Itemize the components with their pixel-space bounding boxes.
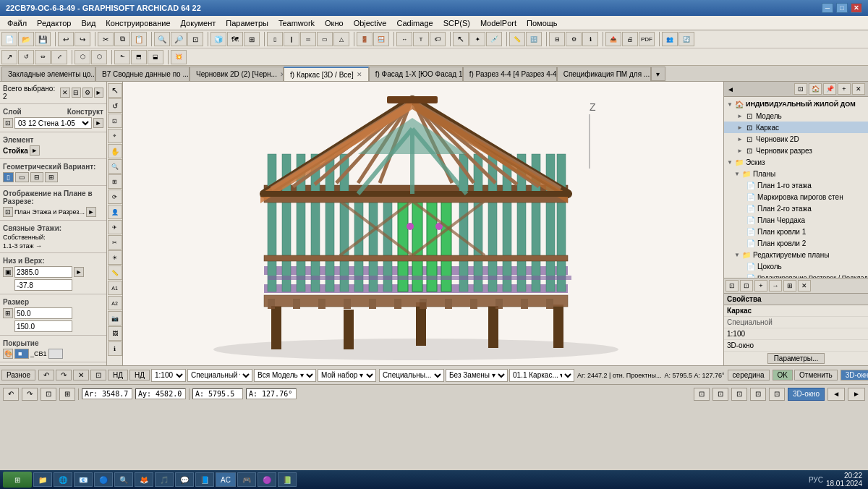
taskbar-app-1[interactable]: 📁 bbox=[33, 472, 52, 487]
lt-measure-3d[interactable]: 📏 bbox=[108, 265, 122, 280]
menu-cadimage[interactable]: Cadimage bbox=[392, 17, 437, 29]
nav-tb-btn-5[interactable]: ✕ bbox=[852, 83, 865, 95]
lt-fly[interactable]: ✈ bbox=[108, 220, 122, 234]
tb-calc[interactable]: 🔢 bbox=[526, 32, 542, 46]
taskbar-app-12[interactable]: 📗 bbox=[278, 472, 297, 487]
geom-toggle-3[interactable]: ⊟ bbox=[30, 172, 43, 182]
props-tb-1[interactable]: ⊡ bbox=[726, 280, 739, 292]
tb-info[interactable]: ℹ bbox=[582, 32, 598, 46]
tb-3d[interactable]: 🧊 bbox=[210, 32, 226, 46]
taskbar-app-4[interactable]: 🔵 bbox=[94, 472, 113, 487]
tb-zoom-out[interactable]: 🔎 bbox=[171, 32, 187, 46]
lt-camera[interactable]: 📷 bbox=[108, 311, 122, 326]
menu-view[interactable]: Вид bbox=[77, 17, 100, 29]
lp-layer-expand[interactable]: ► bbox=[93, 118, 103, 128]
taskbar-app-11[interactable]: 🟣 bbox=[258, 472, 276, 487]
window-controls[interactable]: ─ □ ✕ bbox=[822, 3, 862, 13]
props-tb-3[interactable]: + bbox=[754, 280, 767, 292]
sb-cancel[interactable]: Отменить bbox=[794, 370, 838, 380]
tb-pdf[interactable]: PDF bbox=[639, 32, 655, 46]
bb-btn-2[interactable]: ↷ bbox=[22, 388, 38, 401]
menu-document[interactable]: Документ bbox=[176, 17, 221, 29]
tab-3-close[interactable]: ✕ bbox=[357, 71, 362, 78]
lt-pan[interactable]: ✋ bbox=[108, 144, 122, 158]
tree-plans[interactable]: ▼ 📁 Планы bbox=[724, 168, 868, 179]
tb-dim[interactable]: ↔ bbox=[396, 32, 412, 46]
lp-settings2[interactable]: ⚙ bbox=[82, 88, 92, 98]
params-button[interactable]: Параметры... bbox=[767, 353, 825, 364]
menu-file[interactable]: Файл bbox=[3, 17, 31, 29]
lt-zoom-fit[interactable]: ⊞ bbox=[108, 174, 122, 189]
tb2-mirror[interactable]: ⇔ bbox=[35, 50, 51, 64]
props-tb-2[interactable]: ⊡ bbox=[740, 280, 753, 292]
tb2-group[interactable]: ⬡ bbox=[75, 50, 90, 64]
sb-ok[interactable]: OK bbox=[773, 370, 793, 380]
tb2-align-right[interactable]: ⬓ bbox=[148, 50, 163, 64]
tb2-align-left[interactable]: ⬑ bbox=[114, 50, 130, 64]
tb-open[interactable]: 📂 bbox=[18, 32, 34, 46]
taskbar-app-6[interactable]: 🦊 bbox=[135, 472, 153, 487]
tree-marking[interactable]: 📄 Маркировка пирогов стен bbox=[724, 191, 868, 203]
replace-select[interactable]: Без Замены ▾ bbox=[446, 369, 508, 382]
lt-lasso[interactable]: ⌖ bbox=[108, 129, 122, 143]
bb-snap-4[interactable]: ⊡ bbox=[750, 388, 766, 401]
special-select[interactable]: Специальный ▾ bbox=[187, 369, 252, 382]
menu-teamwork[interactable]: Teamwork bbox=[274, 17, 319, 29]
tb-window[interactable]: 🪟 bbox=[373, 32, 389, 46]
menu-edit[interactable]: Редактор bbox=[33, 17, 75, 29]
tree-roof2[interactable]: 📄 План кровли 2 bbox=[724, 237, 868, 249]
taskbar-app-9[interactable]: 📘 bbox=[195, 472, 214, 487]
lt-rotate[interactable]: ↺ bbox=[108, 98, 122, 113]
lt-a1[interactable]: A1 bbox=[108, 281, 122, 295]
props-tb-4[interactable]: → bbox=[769, 280, 782, 292]
tree-plan1[interactable]: 📄 План 1-го этажа bbox=[724, 179, 868, 191]
tb-new[interactable]: 📄 bbox=[1, 32, 17, 46]
tb-fit[interactable]: ⊡ bbox=[187, 32, 203, 46]
tb-undo[interactable]: ↩ bbox=[58, 32, 74, 46]
tb-sync[interactable]: 🔄 bbox=[678, 32, 694, 46]
menu-help[interactable]: Помощь bbox=[522, 17, 562, 29]
lt-box-select[interactable]: ⊡ bbox=[108, 114, 122, 128]
lt-sunpath[interactable]: ☀ bbox=[108, 250, 122, 265]
special2-select[interactable]: Специальны... ▾ bbox=[379, 369, 444, 382]
bb-navigate-left[interactable]: ◄ bbox=[827, 388, 845, 401]
bb-navigate-right[interactable]: ► bbox=[848, 388, 865, 401]
sb-btn-1[interactable]: ↶ bbox=[38, 370, 54, 380]
geom-toggle-2[interactable]: ▭ bbox=[15, 172, 29, 182]
geom-toggle-1[interactable]: ▯ bbox=[3, 172, 14, 182]
layer-select[interactable]: 03 12 Стена 1-05 bbox=[14, 117, 92, 129]
lt-zoom-window[interactable]: 🔍 bbox=[108, 159, 122, 174]
tb-cut[interactable]: ✂ bbox=[98, 32, 114, 46]
tree-draft2d[interactable]: ► ⊡ Черновик 2D bbox=[724, 133, 868, 145]
menu-window[interactable]: Окно bbox=[320, 17, 348, 29]
tb-roof[interactable]: △ bbox=[333, 32, 349, 46]
nav-tb-btn-1[interactable]: ⊡ bbox=[794, 83, 807, 95]
tb-label[interactable]: 🏷 bbox=[430, 32, 446, 46]
tb-save[interactable]: 💾 bbox=[35, 32, 51, 46]
tb-text[interactable]: T bbox=[413, 32, 429, 46]
lp-deselect[interactable]: ⊟ bbox=[72, 88, 81, 98]
close-button[interactable]: ✕ bbox=[851, 3, 862, 13]
taskbar-app-2[interactable]: 🌐 bbox=[54, 472, 72, 487]
nav-tb-btn-2[interactable]: 🏠 bbox=[809, 83, 822, 95]
tree-attic[interactable]: 📄 План Чердака bbox=[724, 214, 868, 226]
tb2-ungroup[interactable]: ⬡ bbox=[91, 50, 107, 64]
bb-btn-3[interactable]: ⊡ bbox=[41, 388, 56, 401]
tab-1[interactable]: B7 Сводные данные по ... ✕ bbox=[95, 67, 190, 81]
myset-select[interactable]: Мой набор ▾ bbox=[318, 369, 376, 382]
bb-snap-1[interactable]: ⊡ bbox=[694, 388, 710, 401]
lp-plan-expand[interactable]: ► bbox=[86, 207, 96, 217]
tb-magic[interactable]: ✦ bbox=[469, 32, 485, 46]
geom-toggle-4[interactable]: ⊞ bbox=[45, 172, 58, 182]
sb-btn-4[interactable]: ⊡ bbox=[90, 370, 106, 380]
tb-publish[interactable]: 📤 bbox=[605, 32, 621, 46]
taskbar-app-10[interactable]: 🎮 bbox=[237, 472, 256, 487]
tab-5[interactable]: f) Разрез 4-4 [4 Разрез 4-4] ✕ bbox=[463, 67, 557, 81]
tb-select[interactable]: ↖ bbox=[453, 32, 469, 46]
menu-modelport[interactable]: ModelPort bbox=[476, 17, 521, 29]
tree-rostwerk[interactable]: 📄 Редактирование Росторек / Подкладочная… bbox=[724, 272, 868, 278]
lp-arrow-right[interactable]: ► bbox=[94, 88, 103, 98]
tb2-rotate[interactable]: ↺ bbox=[18, 50, 34, 64]
tb-print[interactable]: 🖨 bbox=[622, 32, 638, 46]
bb-btn-4[interactable]: ⊞ bbox=[59, 388, 75, 401]
